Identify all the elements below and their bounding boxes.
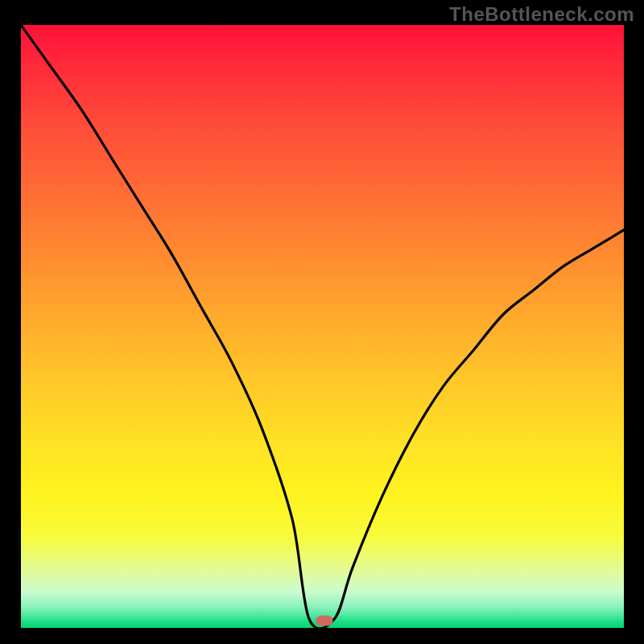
watermark-text: TheBottleneck.com	[449, 3, 634, 26]
bottleneck-curve-path	[21, 25, 624, 628]
curve-svg	[21, 25, 624, 628]
plot-area	[21, 25, 624, 628]
minimum-marker	[316, 616, 333, 626]
chart-container: TheBottleneck.com	[0, 0, 644, 644]
